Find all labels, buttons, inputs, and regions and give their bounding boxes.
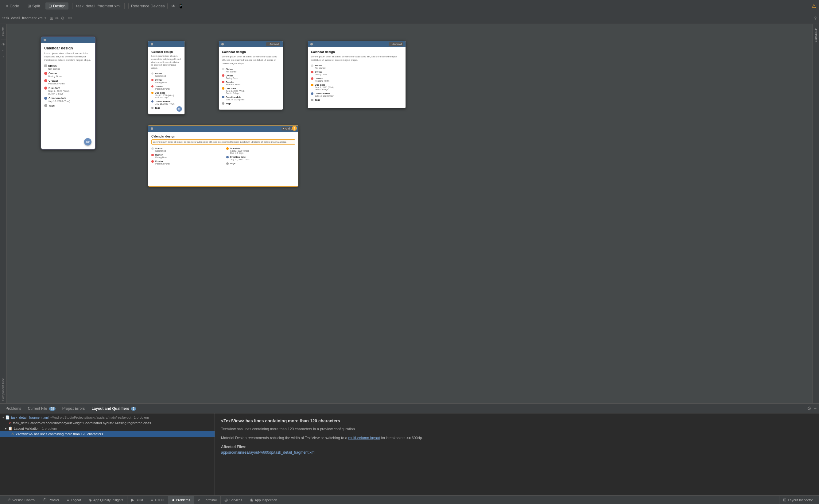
large-row3: CreatorPeaceful Puffin [151, 160, 220, 165]
collapse-button[interactable]: − [814, 406, 817, 411]
tab-problems[interactable]: Problems [2, 405, 24, 412]
status-build[interactable]: ▶ Build [127, 496, 147, 504]
card-row-duedate: Due date Sept 2, 2020 (Wed)Due in 3 days [44, 87, 92, 95]
profiler-icon: ⏱ [43, 498, 47, 502]
tr1-icon5 [222, 96, 224, 98]
large-card-left-col: StatusNot started OwnerDaring Dove Creat… [151, 147, 220, 166]
status-version-control[interactable]: ⎇ Version Control [2, 496, 39, 504]
code-tab[interactable]: ≡ Code [3, 2, 22, 10]
large-icon2 [151, 154, 154, 156]
status-terminal[interactable]: >_ Terminal [194, 496, 221, 504]
preview-card-top-center: Calendar design Lorem ipsum dolor sit am… [148, 41, 185, 114]
tab-current-file[interactable]: Current File 28 [25, 405, 59, 412]
card-dot-large [151, 127, 153, 130]
preview-card-large-bottom: + Android ! Calendar design Lorem ipsum … [148, 125, 298, 187]
expand-icon[interactable]: ▾ [2, 416, 4, 419]
status-app-inspection[interactable]: ◉ App Inspection [246, 496, 281, 504]
large-icon4 [226, 147, 229, 150]
section-icon: 📋 [8, 426, 13, 431]
logcat-label: Logcat [71, 498, 81, 502]
tags-icon [44, 104, 47, 107]
large-card-right-col: Due dateSept 2, 2020 (Wed)Due in 3 days … [226, 147, 295, 166]
large-icon6 [226, 162, 229, 165]
tc-row5: Creation dateJuly 16, 2020 (Thur) [151, 100, 181, 105]
file-row: ▾ 📄 task_detail_fragment.xml ~/AndroidSt… [0, 415, 215, 420]
tr2-icon6 [311, 99, 313, 101]
file-tab-name[interactable]: task_detail_fragment.xml [2, 16, 43, 20]
child-text: task_detail <androidx.coordinatorlayout.… [13, 421, 151, 425]
tr2-icon3 [311, 77, 313, 80]
section-expand-icon[interactable]: ▾ [5, 427, 7, 431]
fab-button[interactable]: ✏ [84, 138, 91, 145]
arrow-up-icon[interactable]: ↑ [2, 55, 4, 59]
split-tab[interactable]: ⊞ Split [25, 2, 43, 10]
status-layout-inspector[interactable]: ⊞ Layout Inspector [779, 496, 817, 504]
status-logcat[interactable]: ≡ Logcat [63, 496, 85, 504]
detail-body2-text: Material Design recommends reducing the … [221, 436, 348, 440]
tab-icons: ⊞ ✏ ⚙ [50, 16, 65, 21]
problems-icon: ● [172, 498, 174, 502]
status-services[interactable]: ◎ Services [221, 496, 246, 504]
bottom-panel: Problems Current File 28 Project Errors … [0, 403, 819, 495]
dropdown-arrow: ▾ [45, 16, 46, 20]
attributes-panel: Attributes [812, 24, 819, 403]
warn-item-row[interactable]: ⚠ <TextView> has lines containing more t… [0, 431, 215, 437]
separator [72, 3, 72, 9]
tr1-row3: CreatorPeaceful Puffin [222, 81, 280, 86]
tc-row1: StatusNot started [151, 72, 181, 77]
status-todo[interactable]: ≡ TODO [147, 496, 168, 504]
help-icon[interactable]: ? [814, 16, 817, 21]
canvas-area: Calendar design Lorem ipsum dolor sit am… [7, 24, 812, 403]
tc-icon1 [151, 72, 153, 75]
detail-body3-text: for breakpoints >= 600dp. [380, 436, 423, 440]
large-card-columns: StatusNot started OwnerDaring Dove Creat… [151, 147, 295, 166]
component-icon[interactable]: ⊞ [50, 16, 53, 21]
card-header-tr2: + Android [308, 41, 406, 47]
left-panel: Palette 👁 ↔ ↑ Component Tree [0, 24, 7, 403]
file-path: ~/AndroidStudioProjects/trackr/app/src/m… [50, 416, 131, 419]
tc-icon4 [151, 92, 153, 94]
layout-inspector-icon: ⊞ [783, 498, 786, 502]
component-tree-label[interactable]: Component Tree [1, 377, 6, 402]
design-tab[interactable]: ⊡ Design [45, 2, 68, 10]
toolbar-filename: task_detail_fragment.xml [76, 4, 121, 8]
attributes-label[interactable]: Attributes [813, 26, 818, 45]
card-dot-tr1 [221, 43, 224, 45]
status-value: Not started [48, 68, 92, 70]
card-dot [44, 39, 46, 41]
app-inspection-label: App Inspection [255, 498, 277, 502]
detail-link[interactable]: multi-column layout [348, 436, 380, 440]
device-icon[interactable]: 📱 [178, 4, 183, 9]
status-app-quality[interactable]: ◈ App Quality Insights [85, 496, 127, 504]
tab-project-errors[interactable]: Project Errors [59, 405, 88, 412]
eye-left-icon[interactable]: 👁 [2, 42, 5, 47]
affected-file[interactable]: app/src/main/res/layout-w600dp/task_deta… [221, 450, 813, 455]
layout-inspector-label: Layout Inspector [788, 498, 813, 502]
status-problems[interactable]: ● Problems [168, 496, 194, 504]
status-bar: ⎇ Version Control ⏱ Profiler ≡ Logcat ◈ … [0, 495, 819, 504]
tc-row4: Due dateSept 2, 2020 (Wed)Due in 3 days [151, 91, 181, 99]
settings-icon[interactable]: ⚙ [61, 16, 65, 21]
arrow-left-icon[interactable]: ↔ [2, 48, 5, 53]
eye-icon[interactable]: 👁 [171, 4, 176, 9]
status-profiler[interactable]: ⏱ Profiler [39, 496, 63, 504]
tab-layout-qualifiers[interactable]: Layout and Qualifiers 2 [88, 405, 139, 412]
tr2-row5: Creation dateJuly 16, 2020 (Thur) [311, 92, 402, 97]
preview-card-top-right-1: + Android Calendar design Lorem ipsum do… [219, 41, 283, 110]
tc-icon6 [151, 107, 153, 109]
large-row4: Due dateSept 2, 2020 (Wed)Due in 3 days [226, 147, 295, 154]
palette-label[interactable]: Palette [1, 25, 6, 37]
ref-devices-button[interactable]: Reference Devices [128, 3, 168, 9]
file-name[interactable]: task_detail_fragment.xml [11, 416, 49, 419]
large-row2: OwnerDaring Dove [151, 153, 220, 158]
tc-icon2 [151, 79, 153, 81]
card-row-creation: Creation date July 16, 2020 (Thur) [44, 97, 92, 103]
card-header-small-left [41, 37, 95, 43]
section-name: Layout Validation [14, 427, 40, 430]
pencil-icon[interactable]: ✏ [55, 16, 59, 21]
problems-label: Problems [176, 498, 190, 502]
tc-fab[interactable]: ✏ [177, 106, 182, 112]
detail-title: <TextView> has lines containing more tha… [221, 418, 813, 423]
large-icon3 [151, 160, 154, 163]
settings-button[interactable]: ⚙ [807, 405, 811, 411]
